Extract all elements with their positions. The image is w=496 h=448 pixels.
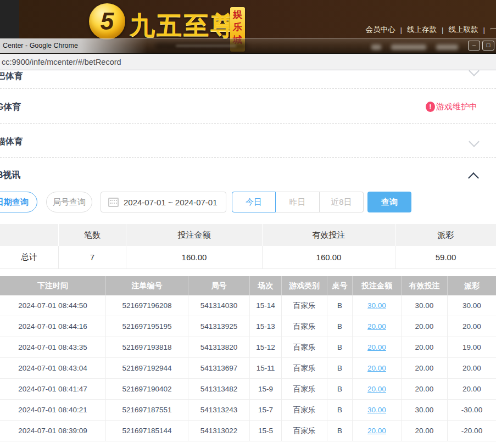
bet-amount-link[interactable]: 20.00: [367, 427, 386, 435]
bet-header-cell: 有效投注: [402, 276, 448, 295]
logo-badge-char: 乐: [233, 21, 242, 34]
bet-cell: 30.00: [448, 295, 496, 316]
round-query-button[interactable]: 局号查询: [46, 192, 92, 212]
bet-cell: 20.00: [448, 316, 496, 337]
bet-cell: 15-13: [250, 316, 282, 337]
summary-header-cell: 有效投注: [263, 224, 395, 246]
url-text: cc:9900/infe/mcenter/#/betRecord: [0, 58, 121, 66]
bet-cell: 15-14: [250, 295, 282, 316]
bet-cell: 20.00: [353, 358, 402, 378]
top-nav-link[interactable]: 会员中心: [365, 25, 395, 35]
logo-text: 九五至尊: [130, 9, 237, 43]
bet-cell: 521697196208: [106, 295, 188, 316]
bet-cell: 百家乐: [282, 358, 327, 378]
bet-cell: 521697185144: [106, 421, 188, 441]
quick-today-button[interactable]: 今日: [232, 192, 276, 212]
bet-cell: 20.00: [402, 379, 448, 399]
bet-cell: 541313243: [188, 400, 250, 420]
quick-8days-button[interactable]: 近8日: [320, 192, 364, 212]
nav-divider: |: [400, 26, 402, 34]
bet-cell: 15-7: [250, 400, 282, 420]
top-nav: 会员中心|线上存款|线上取款|一键: [365, 25, 496, 35]
chrome-address-bar[interactable]: cc:9900/infe/mcenter/#/betRecord: [0, 54, 496, 70]
window-title: Center - Google Chrome: [3, 42, 78, 49]
bet-amount-link[interactable]: 20.00: [367, 385, 386, 393]
bet-header-cell: 场次: [250, 276, 282, 295]
bet-cell: 20.00: [402, 337, 448, 357]
accordion-label: B视讯: [0, 170, 21, 181]
bet-cell: 百家乐: [282, 337, 327, 357]
bet-cell: 30.00: [402, 400, 448, 420]
date-query-button[interactable]: 日期查询: [0, 192, 37, 212]
bet-amount-link[interactable]: 30.00: [367, 301, 386, 310]
bet-cell: 521697187551: [106, 400, 188, 420]
bet-cell: -20.00: [448, 421, 496, 441]
table-row: 2024-07-01 08:44:50521697196208541314030…: [0, 295, 496, 316]
bet-cell: 2024-07-01 08:44:16: [0, 316, 106, 337]
nav-divider: |: [442, 26, 444, 34]
summary-header-row: 笔数 投注金额 有效投注 派彩: [0, 224, 496, 246]
summary-cell: 160.00: [126, 246, 263, 268]
bet-cell: 30.00: [402, 295, 448, 316]
bet-header-cell: 派彩: [448, 276, 496, 295]
accordion-item-b-live[interactable]: [0, 166, 496, 188]
exclamation-icon: !: [426, 102, 435, 112]
divider: [0, 88, 496, 89]
page: 5 九五至尊 娱乐城 会员中心|线上存款|线上取款|一键 Center - Go…: [0, 0, 496, 448]
bet-amount-link[interactable]: 20.00: [367, 364, 386, 372]
accordion-label: 猫体育: [0, 136, 23, 148]
table-row: 2024-07-01 08:39:09521697185144541313022…: [0, 421, 496, 441]
top-nav-link[interactable]: 一键: [490, 25, 496, 35]
bet-cell: 2024-07-01 08:40:21: [0, 400, 106, 420]
logo-monogram-icon: 5: [89, 3, 125, 40]
bet-cell: 541313482: [188, 379, 250, 399]
bet-table-header: 下注时间注单编号局号场次游戏类别桌号投注金额有效投注派彩: [0, 276, 496, 295]
maintenance-badge: ! 游戏维护中: [426, 102, 477, 112]
bet-cell: B: [327, 295, 353, 316]
bet-cell: -30.00: [448, 400, 496, 420]
quick-range-group: 今日 昨日 近8日: [232, 192, 364, 212]
bet-cell: B: [327, 400, 353, 420]
maintenance-text: 游戏维护中: [436, 102, 477, 112]
bet-cell: B: [327, 316, 353, 337]
maximize-button[interactable]: □: [482, 41, 494, 51]
summary-total-label: 总计: [0, 246, 59, 268]
bet-cell: 541313022: [188, 421, 250, 441]
nav-divider: |: [483, 26, 485, 34]
bet-amount-link[interactable]: 20.00: [367, 322, 386, 331]
bet-header-cell: 桌号: [327, 276, 353, 295]
top-nav-link[interactable]: 线上取款: [448, 25, 478, 35]
divider: [0, 157, 496, 158]
bet-cell: 521697193818: [106, 337, 188, 357]
accordion-item-mao-sports[interactable]: [0, 132, 496, 154]
bet-cell: 20.00: [402, 358, 448, 378]
bet-cell: 15-11: [250, 358, 282, 378]
accordion-item-ba-sports[interactable]: [0, 70, 496, 89]
bet-cell: 30.00: [353, 400, 402, 420]
accordion-item-g-sports[interactable]: [0, 98, 496, 120]
bet-header-cell: 注单编号: [106, 276, 188, 295]
summary-header-cell: 投注金额: [126, 224, 263, 246]
chrome-titlebar: Center - Google Chrome – □: [0, 38, 496, 54]
left-black-strip: [0, 0, 19, 38]
bet-cell: 2024-07-01 08:43:04: [0, 358, 106, 378]
bet-header-cell: 投注金额: [353, 276, 402, 295]
calendar-icon: [108, 198, 119, 207]
date-range-value: 2024-07-01 ~ 2024-07-01: [124, 198, 218, 207]
minimize-button[interactable]: –: [468, 41, 480, 51]
censored-text: [391, 44, 426, 50]
censored-text: [436, 44, 458, 50]
search-button[interactable]: 查询: [367, 192, 411, 212]
logo-showthrough-highlight: [176, 45, 236, 47]
bet-cell: 15-5: [250, 421, 282, 441]
quick-yesterday-button[interactable]: 昨日: [276, 192, 320, 212]
bet-cell: 20.00: [448, 379, 496, 399]
bet-amount-link[interactable]: 20.00: [367, 343, 386, 351]
bet-amount-link[interactable]: 30.00: [367, 406, 386, 414]
logo-monogram: 5: [101, 8, 114, 35]
bet-header-cell: 下注时间: [0, 276, 106, 295]
top-nav-link[interactable]: 线上存款: [407, 25, 437, 35]
date-range-input[interactable]: 2024-07-01 ~ 2024-07-01: [101, 192, 226, 212]
summary-header-cell: [0, 224, 59, 246]
bet-cell: 百家乐: [282, 379, 327, 399]
